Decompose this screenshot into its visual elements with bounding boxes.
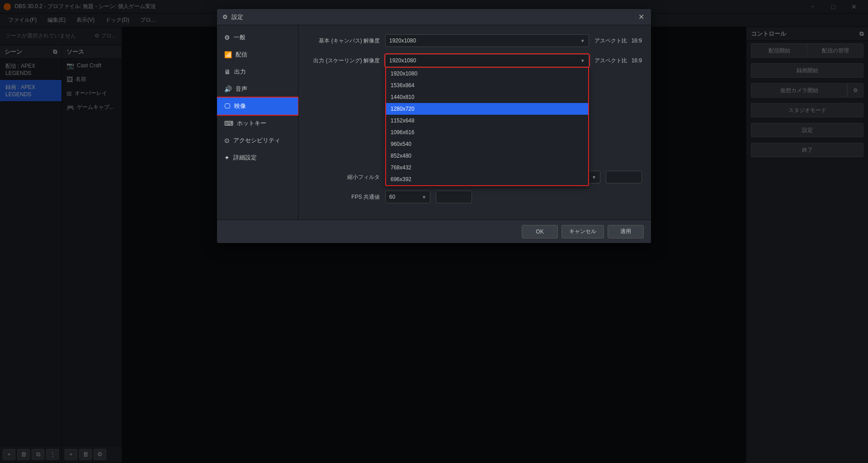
modal-close-button[interactable]: ✕ — [637, 13, 646, 22]
downscale-filter-label: 縮小フィルタ — [307, 173, 380, 181]
advanced-icon: ✦ — [224, 154, 230, 161]
nav-hotkeys[interactable]: ⌨ ホットキー — [217, 115, 298, 132]
nav-output[interactable]: 🖥 出力 — [217, 63, 298, 80]
output-resolution-value: 1920x1080 — [389, 57, 416, 64]
base-aspect-label: アスペクト比 16:9 — [594, 37, 642, 45]
output-res-arrow-icon: ▼ — [580, 58, 585, 63]
video-icon: 🖵 — [224, 103, 231, 110]
base-resolution-row: 基本 (キャンバス) 解像度 1920x1080 ▼ アスペクト比 16:9 — [307, 34, 642, 47]
nav-general-label: 一般 — [234, 33, 245, 42]
audio-icon: 🔊 — [224, 85, 232, 93]
base-resolution-select[interactable]: 1920x1080 ▼ — [385, 34, 589, 47]
base-resolution-value: 1920x1080 — [389, 37, 416, 44]
apply-button[interactable]: 適用 — [608, 225, 644, 239]
settings-title: 設定 — [231, 13, 243, 21]
modal-title: ⚙ 設定 — [222, 13, 243, 21]
downscale-arrow-icon: ▼ — [592, 175, 596, 180]
fps-value: 60 — [389, 194, 395, 200]
downscale-spinbox-input[interactable] — [606, 174, 642, 180]
fps-label: FPS 共通値 — [307, 193, 380, 201]
fps-spinbox-input[interactable] — [436, 194, 472, 200]
nav-accessibility[interactable]: ⊙ アクセシビリティ — [217, 132, 298, 149]
fps-arrow-icon: ▼ — [422, 195, 426, 200]
modal-title-bar: ⚙ 設定 ✕ — [217, 9, 651, 25]
output-resolution-row: 出力 (スケーリング) 解像度 1920x1080 ▼ 1920x1080 15… — [307, 54, 642, 67]
settings-content: 基本 (キャンバス) 解像度 1920x1080 ▼ アスペクト比 16:9 出… — [298, 25, 651, 220]
base-resolution-label: 基本 (キャンバス) 解像度 — [307, 37, 380, 45]
fps-row: FPS 共通値 60 ▼ ▲ ▼ — [307, 191, 642, 203]
settings-icon: ⚙ — [222, 14, 228, 20]
modal-footer: OK キャンセル 適用 — [217, 220, 651, 243]
nav-stream[interactable]: 📶 配信 — [217, 46, 298, 63]
nav-video[interactable]: 🖵 映像 — [217, 98, 298, 115]
fps-spinbox[interactable]: ▲ ▼ — [436, 191, 472, 203]
output-resolution-select[interactable]: 1920x1080 ▼ — [385, 54, 589, 67]
resolution-dropdown: 1920x1080 1536x864 1440x810 1280x720 115… — [385, 67, 589, 186]
dropdown-item-6[interactable]: 960x540 — [386, 138, 588, 150]
output-aspect-label: アスペクト比 16:9 — [594, 57, 642, 65]
stream-icon: 📶 — [224, 51, 232, 58]
dropdown-item-1[interactable]: 1536x864 — [386, 80, 588, 91]
dropdown-item-0[interactable]: 1920x1080 — [386, 68, 588, 80]
nav-advanced-label: 詳細設定 — [233, 154, 257, 162]
nav-general[interactable]: ⚙ 一般 — [217, 29, 298, 46]
ok-button[interactable]: OK — [522, 225, 558, 239]
dropdown-item-3[interactable]: 1280x720 — [386, 103, 588, 115]
output-resolution-label: 出力 (スケーリング) 解像度 — [307, 57, 380, 65]
dropdown-item-9[interactable]: 696x392 — [386, 173, 588, 185]
gear-icon: ⚙ — [224, 34, 230, 41]
base-res-arrow-icon: ▼ — [580, 38, 585, 43]
accessibility-icon: ⊙ — [224, 137, 230, 144]
dropdown-item-2[interactable]: 1440x810 — [386, 91, 588, 103]
nav-hotkeys-label: ホットキー — [237, 119, 266, 127]
nav-audio[interactable]: 🔊 音声 — [217, 80, 298, 98]
dropdown-item-5[interactable]: 1096x616 — [386, 126, 588, 138]
nav-advanced[interactable]: ✦ 詳細設定 — [217, 149, 298, 166]
modal-body: ⚙ 一般 📶 配信 🖥 出力 🔊 音声 🖵 映像 — [217, 25, 651, 220]
nav-accessibility-label: アクセシビリティ — [233, 136, 280, 145]
hotkeys-icon: ⌨ — [224, 120, 233, 127]
dropdown-item-4[interactable]: 1152x648 — [386, 115, 588, 126]
cancel-button[interactable]: キャンセル — [561, 225, 604, 239]
dropdown-item-7[interactable]: 852x480 — [386, 150, 588, 162]
settings-modal: ⚙ 設定 ✕ ⚙ 一般 📶 配信 🖥 出力 — [217, 9, 651, 243]
nav-output-label: 出力 — [234, 68, 246, 76]
modal-overlay: ⚙ 設定 ✕ ⚙ 一般 📶 配信 🖥 出力 — [0, 0, 868, 463]
settings-sidebar: ⚙ 一般 📶 配信 🖥 出力 🔊 音声 🖵 映像 — [217, 25, 298, 220]
output-icon: 🖥 — [224, 68, 231, 75]
dropdown-item-8[interactable]: 768x432 — [386, 162, 588, 173]
nav-stream-label: 配信 — [236, 51, 247, 59]
nav-audio-label: 音声 — [236, 85, 247, 93]
downscale-spinbox[interactable]: ▲ ▼ — [606, 171, 642, 183]
nav-video-label: 映像 — [234, 102, 246, 110]
fps-select[interactable]: 60 ▼ — [385, 191, 430, 203]
